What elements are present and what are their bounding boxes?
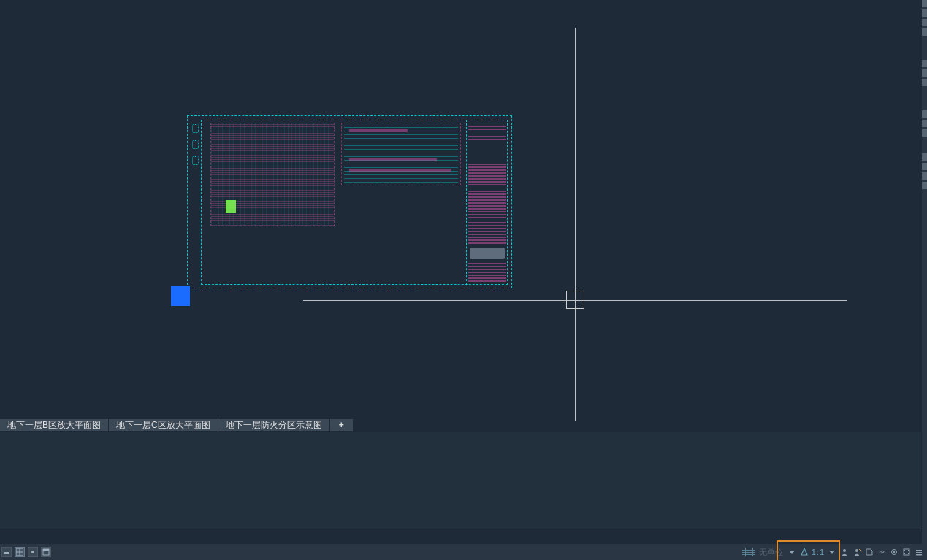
customize-menu-icon[interactable]: [914, 547, 924, 557]
svg-line-11: [859, 549, 861, 551]
notes-text: [349, 169, 451, 172]
titleblock-row: [468, 263, 506, 282]
units-dropdown-icon[interactable]: [789, 551, 795, 554]
scale-marker-icon[interactable]: [799, 547, 809, 557]
titleblock-row: [468, 189, 506, 218]
layout-tab[interactable]: 地下一层防火分区示意图: [218, 419, 330, 431]
lower-divider: [0, 529, 921, 529]
right-strip-button[interactable]: [922, 163, 927, 170]
title-block: [466, 120, 508, 285]
schedule-highlight: [226, 200, 236, 213]
right-strip-button[interactable]: [922, 153, 927, 161]
right-strip-button[interactable]: [922, 172, 927, 180]
model-icon: [3, 548, 10, 556]
notes-text: [349, 129, 408, 132]
titleblock-row: [468, 134, 506, 140]
layout-tab[interactable]: 地下一层B区放大平面图: [0, 419, 109, 431]
isolate-objects-icon[interactable]: [901, 547, 912, 557]
layout-button[interactable]: [41, 547, 51, 557]
right-strip-button[interactable]: [922, 79, 927, 86]
binding-mark: [192, 140, 199, 149]
svg-rect-0: [4, 551, 9, 551]
svg-rect-15: [916, 550, 922, 551]
right-strip-button[interactable]: [922, 19, 927, 26]
right-tool-strip[interactable]: [922, 0, 927, 544]
svg-point-13: [893, 551, 895, 553]
svg-point-9: [843, 549, 846, 552]
titleblock-row: [468, 222, 506, 244]
annotation-scale-label: 1:1: [812, 548, 825, 556]
svg-rect-16: [916, 552, 922, 553]
svg-rect-17: [916, 554, 922, 556]
annotation-visibility-icon[interactable]: [852, 547, 862, 557]
scale-dropdown-icon[interactable]: [829, 551, 835, 554]
binding-mark: [192, 124, 199, 133]
right-strip-button[interactable]: [922, 69, 927, 77]
svg-point-10: [855, 549, 858, 552]
selection-grip[interactable]: [171, 286, 190, 306]
status-bar: 无单位 1:1: [0, 544, 927, 560]
right-strip-button[interactable]: [922, 120, 927, 127]
svg-point-6: [31, 551, 34, 553]
status-left-group: [0, 547, 51, 557]
units-grid-icon[interactable]: [742, 548, 755, 556]
right-strip-button[interactable]: [922, 110, 927, 118]
layout-tabs-bar: 地下一层B区放大平面图 地下一层C区放大平面图 地下一层防火分区示意图 +: [0, 419, 354, 431]
svg-rect-8: [43, 549, 49, 551]
notes-block: [341, 123, 461, 185]
right-strip-button[interactable]: [922, 60, 927, 67]
command-area[interactable]: [0, 432, 921, 529]
right-strip-button[interactable]: [922, 129, 927, 137]
svg-rect-2: [4, 553, 9, 554]
settings-icon[interactable]: [889, 547, 899, 557]
titleblock-row: [468, 124, 506, 130]
notes-text: [349, 158, 437, 161]
right-strip-button[interactable]: [922, 182, 927, 189]
drawing-canvas[interactable]: [0, 0, 921, 421]
annotation-scale-icon[interactable]: [839, 547, 850, 557]
link-icon[interactable]: [877, 547, 887, 557]
crosshair-vertical: [575, 28, 576, 421]
snap-icon: [29, 548, 37, 556]
crosshair-pickbox: [566, 291, 584, 309]
add-layout-tab-button[interactable]: +: [330, 419, 354, 431]
layout-icon: [42, 548, 50, 556]
model-space-button[interactable]: [1, 547, 12, 557]
notes-lines: [344, 126, 458, 183]
binding-mark: [192, 156, 199, 165]
right-strip-button[interactable]: [922, 0, 927, 7]
grid-toggle-button[interactable]: [15, 547, 25, 557]
units-label: 无单位: [758, 547, 785, 558]
sheet-set-icon[interactable]: [864, 547, 874, 557]
grid-icon: [16, 548, 23, 556]
layout-tab[interactable]: 地下一层C区放大平面图: [109, 419, 218, 431]
schedule-table-block: [210, 123, 335, 226]
status-right-group: 无单位 1:1: [742, 547, 927, 558]
right-strip-button[interactable]: [922, 28, 927, 36]
snap-toggle-button[interactable]: [28, 547, 38, 557]
right-strip-button[interactable]: [922, 9, 927, 17]
svg-rect-1: [4, 552, 9, 553]
titleblock-logo: [470, 248, 505, 259]
titleblock-row: [468, 164, 506, 185]
